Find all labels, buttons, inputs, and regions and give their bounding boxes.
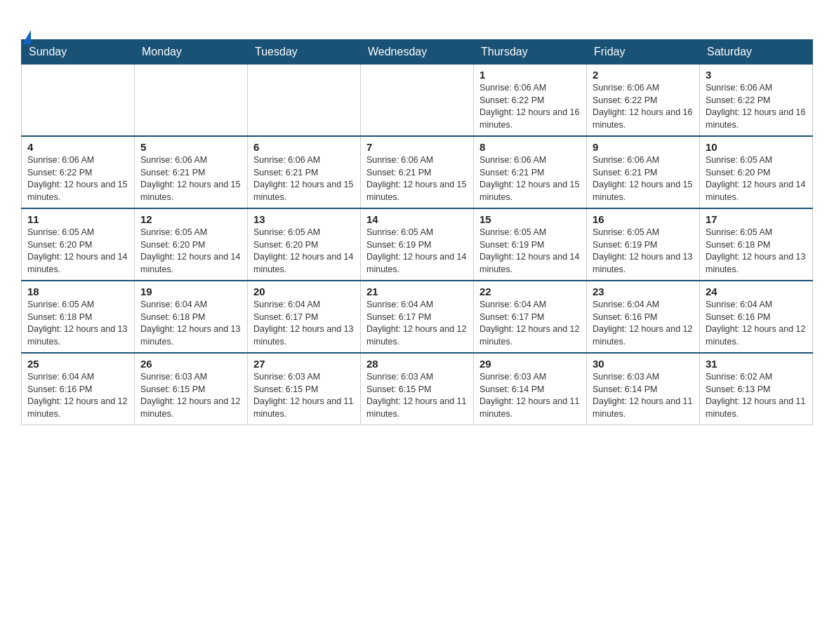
day-info: Sunrise: 6:03 AMSunset: 6:15 PMDaylight:… [366,371,468,420]
day-number: 26 [140,358,241,370]
calendar-cell: 10Sunrise: 6:05 AMSunset: 6:20 PMDayligh… [700,136,813,208]
day-number: 28 [366,358,468,370]
day-info: Sunrise: 6:04 AMSunset: 6:18 PMDaylight:… [140,299,241,348]
day-number: 19 [140,286,241,297]
day-number: 9 [593,141,694,153]
logo [21,14,31,32]
calendar-week-row: 4Sunrise: 6:06 AMSunset: 6:22 PMDaylight… [22,136,813,208]
calendar-cell [22,65,135,137]
day-number: 20 [253,286,355,297]
day-info: Sunrise: 6:04 AMSunset: 6:16 PMDaylight:… [593,299,694,348]
calendar-cell: 27Sunrise: 6:03 AMSunset: 6:15 PMDayligh… [248,353,361,425]
calendar-cell: 15Sunrise: 6:05 AMSunset: 6:19 PMDayligh… [474,208,587,281]
header [21,14,813,32]
calendar-table: SundayMondayTuesdayWednesdayThursdayFrid… [21,39,813,425]
calendar-cell: 9Sunrise: 6:06 AMSunset: 6:21 PMDaylight… [587,136,700,208]
calendar-cell: 8Sunrise: 6:06 AMSunset: 6:21 PMDaylight… [474,136,587,208]
day-info: Sunrise: 6:04 AMSunset: 6:17 PMDaylight:… [479,299,581,348]
day-info: Sunrise: 6:06 AMSunset: 6:21 PMDaylight:… [366,154,468,203]
calendar-cell: 19Sunrise: 6:04 AMSunset: 6:18 PMDayligh… [135,281,248,353]
calendar-cell: 21Sunrise: 6:04 AMSunset: 6:17 PMDayligh… [361,281,474,353]
calendar-cell [361,65,474,137]
day-number: 27 [253,358,355,370]
day-info: Sunrise: 6:05 AMSunset: 6:20 PMDaylight:… [140,227,241,276]
day-info: Sunrise: 6:06 AMSunset: 6:21 PMDaylight:… [593,154,694,203]
calendar-cell: 23Sunrise: 6:04 AMSunset: 6:16 PMDayligh… [587,281,700,353]
calendar-week-row: 25Sunrise: 6:04 AMSunset: 6:16 PMDayligh… [22,353,813,425]
day-number: 11 [27,213,128,225]
calendar-cell: 3Sunrise: 6:06 AMSunset: 6:22 PMDaylight… [700,65,813,137]
day-number: 7 [366,141,468,153]
day-info: Sunrise: 6:05 AMSunset: 6:19 PMDaylight:… [366,227,468,276]
day-number: 18 [27,286,128,297]
day-number: 3 [706,69,807,81]
day-number: 29 [479,358,581,370]
calendar-cell: 4Sunrise: 6:06 AMSunset: 6:22 PMDaylight… [22,136,135,208]
calendar-cell: 17Sunrise: 6:05 AMSunset: 6:18 PMDayligh… [700,208,813,281]
calendar-cell: 16Sunrise: 6:05 AMSunset: 6:19 PMDayligh… [587,208,700,281]
day-info: Sunrise: 6:06 AMSunset: 6:22 PMDaylight:… [706,82,807,131]
calendar-cell: 31Sunrise: 6:02 AMSunset: 6:13 PMDayligh… [700,353,813,425]
calendar-cell: 28Sunrise: 6:03 AMSunset: 6:15 PMDayligh… [361,353,474,425]
col-header-tuesday: Tuesday [248,40,361,65]
day-number: 16 [593,213,694,225]
day-info: Sunrise: 6:05 AMSunset: 6:18 PMDaylight:… [706,227,807,276]
day-info: Sunrise: 6:02 AMSunset: 6:13 PMDaylight:… [706,371,807,420]
calendar-cell: 26Sunrise: 6:03 AMSunset: 6:15 PMDayligh… [135,353,248,425]
calendar-cell [248,65,361,137]
col-header-sunday: Sunday [22,40,135,65]
calendar-cell: 30Sunrise: 6:03 AMSunset: 6:14 PMDayligh… [587,353,700,425]
calendar-cell: 13Sunrise: 6:05 AMSunset: 6:20 PMDayligh… [248,208,361,281]
calendar-week-row: 11Sunrise: 6:05 AMSunset: 6:20 PMDayligh… [22,208,813,281]
logo-text [21,14,31,32]
day-number: 6 [253,141,355,153]
day-info: Sunrise: 6:06 AMSunset: 6:22 PMDaylight:… [593,82,694,131]
day-info: Sunrise: 6:04 AMSunset: 6:16 PMDaylight:… [706,299,807,348]
day-number: 21 [366,286,468,297]
col-header-monday: Monday [135,40,248,65]
col-header-thursday: Thursday [474,40,587,65]
calendar-cell: 25Sunrise: 6:04 AMSunset: 6:16 PMDayligh… [22,353,135,425]
day-info: Sunrise: 6:06 AMSunset: 6:21 PMDaylight:… [479,154,581,203]
day-info: Sunrise: 6:04 AMSunset: 6:16 PMDaylight:… [27,371,128,420]
calendar-cell: 11Sunrise: 6:05 AMSunset: 6:20 PMDayligh… [22,208,135,281]
day-info: Sunrise: 6:03 AMSunset: 6:14 PMDaylight:… [593,371,694,420]
day-info: Sunrise: 6:06 AMSunset: 6:22 PMDaylight:… [27,154,128,203]
day-number: 12 [140,213,241,225]
day-info: Sunrise: 6:05 AMSunset: 6:20 PMDaylight:… [27,227,128,276]
day-number: 5 [140,141,241,153]
calendar-cell: 29Sunrise: 6:03 AMSunset: 6:14 PMDayligh… [474,353,587,425]
col-header-friday: Friday [587,40,700,65]
calendar-cell: 24Sunrise: 6:04 AMSunset: 6:16 PMDayligh… [700,281,813,353]
day-info: Sunrise: 6:06 AMSunset: 6:21 PMDaylight:… [140,154,241,203]
day-info: Sunrise: 6:04 AMSunset: 6:17 PMDaylight:… [366,299,468,348]
day-number: 22 [479,286,581,297]
day-number: 10 [706,141,807,153]
day-number: 1 [479,69,581,81]
day-info: Sunrise: 6:05 AMSunset: 6:20 PMDaylight:… [706,154,807,203]
day-info: Sunrise: 6:03 AMSunset: 6:14 PMDaylight:… [479,371,581,420]
day-info: Sunrise: 6:03 AMSunset: 6:15 PMDaylight:… [253,371,355,420]
day-number: 4 [27,141,128,153]
calendar-header-row: SundayMondayTuesdayWednesdayThursdayFrid… [22,40,813,65]
day-number: 24 [706,286,807,297]
calendar-cell: 6Sunrise: 6:06 AMSunset: 6:21 PMDaylight… [248,136,361,208]
day-info: Sunrise: 6:05 AMSunset: 6:19 PMDaylight:… [593,227,694,276]
day-info: Sunrise: 6:04 AMSunset: 6:17 PMDaylight:… [253,299,355,348]
calendar-cell: 20Sunrise: 6:04 AMSunset: 6:17 PMDayligh… [248,281,361,353]
calendar-cell [135,65,248,137]
calendar-cell: 7Sunrise: 6:06 AMSunset: 6:21 PMDaylight… [361,136,474,208]
calendar-cell: 14Sunrise: 6:05 AMSunset: 6:19 PMDayligh… [361,208,474,281]
calendar-cell: 22Sunrise: 6:04 AMSunset: 6:17 PMDayligh… [474,281,587,353]
day-number: 23 [593,286,694,297]
day-number: 2 [593,69,694,81]
day-number: 25 [27,358,128,370]
day-number: 30 [593,358,694,370]
calendar-week-row: 1Sunrise: 6:06 AMSunset: 6:22 PMDaylight… [22,65,813,137]
day-number: 14 [366,213,468,225]
day-info: Sunrise: 6:05 AMSunset: 6:19 PMDaylight:… [479,227,581,276]
day-info: Sunrise: 6:03 AMSunset: 6:15 PMDaylight:… [140,371,241,420]
day-number: 31 [706,358,807,370]
col-header-wednesday: Wednesday [361,40,474,65]
day-number: 15 [479,213,581,225]
